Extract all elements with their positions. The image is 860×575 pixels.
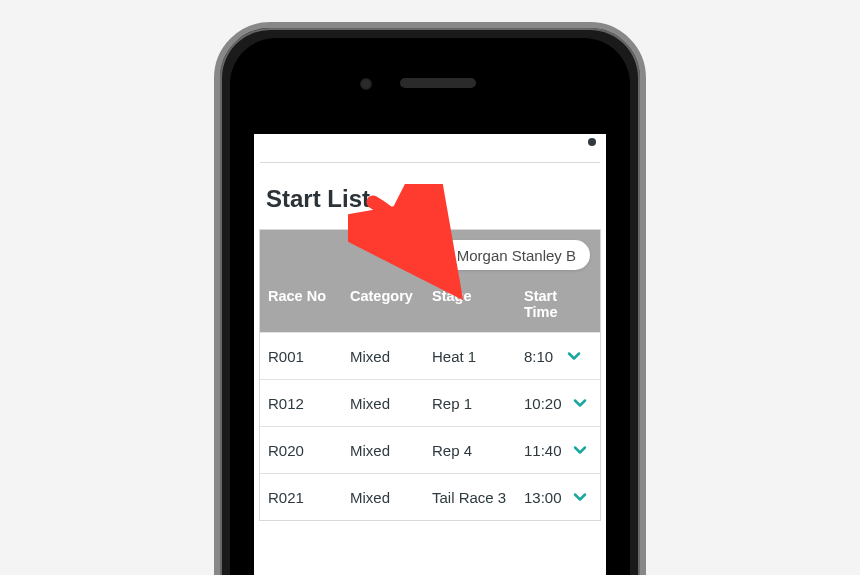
cell-race-no: R021 <box>268 489 350 506</box>
cell-stage: Heat 1 <box>432 348 524 365</box>
cell-stage: Tail Race 3 <box>432 489 524 506</box>
search-query: Morgan Stanley B <box>457 247 576 264</box>
chevron-down-icon <box>570 393 590 413</box>
camera-dot <box>360 78 372 90</box>
cell-start-time: 11:40 <box>524 442 562 459</box>
search-icon <box>433 246 451 264</box>
cell-start-time: 8:10 <box>524 348 556 365</box>
col-start-time: Start Time <box>524 288 558 320</box>
page-title: Start List <box>254 185 606 229</box>
speaker-grille <box>400 78 476 88</box>
overflow-dot-icon <box>588 138 596 146</box>
cell-category: Mixed <box>350 348 432 365</box>
cell-start-time: 10:20 <box>524 395 562 412</box>
cell-stage: Rep 1 <box>432 395 524 412</box>
app-screen: Start List Morgan Stanley B <box>254 134 606 575</box>
table-row[interactable]: R001MixedHeat 18:10 <box>260 332 600 379</box>
cell-race-no: R012 <box>268 395 350 412</box>
cell-category: Mixed <box>350 442 432 459</box>
cell-start-time: 13:00 <box>524 489 562 506</box>
expand-chevron[interactable] <box>562 487 598 507</box>
expand-chevron[interactable] <box>562 393 598 413</box>
table-row[interactable]: R021MixedTail Race 313:00 <box>260 473 600 520</box>
chevron-down-icon <box>570 487 590 507</box>
svg-line-1 <box>444 258 448 262</box>
chevron-down-icon <box>564 346 584 366</box>
table-row[interactable]: R012MixedRep 110:20 <box>260 379 600 426</box>
start-list-table: Morgan Stanley B Race No Category Stage … <box>259 229 601 521</box>
col-race-no: Race No <box>268 288 350 320</box>
expand-chevron[interactable] <box>556 346 592 366</box>
divider-line <box>260 162 600 163</box>
cell-stage: Rep 4 <box>432 442 524 459</box>
expand-chevron[interactable] <box>562 440 598 460</box>
cell-race-no: R001 <box>268 348 350 365</box>
table-row[interactable]: R020MixedRep 411:40 <box>260 426 600 473</box>
column-headers: Race No Category Stage Start Time <box>260 288 600 332</box>
chevron-down-icon <box>570 440 590 460</box>
cell-category: Mixed <box>350 395 432 412</box>
cell-race-no: R020 <box>268 442 350 459</box>
table-header-band: Morgan Stanley B Race No Category Stage … <box>260 230 600 332</box>
phone-bezel: Start List Morgan Stanley B <box>230 38 630 575</box>
col-category: Category <box>350 288 432 320</box>
search-input[interactable]: Morgan Stanley B <box>423 240 590 270</box>
col-stage: Stage <box>432 288 524 320</box>
phone-frame: Start List Morgan Stanley B <box>214 22 646 575</box>
cell-category: Mixed <box>350 489 432 506</box>
